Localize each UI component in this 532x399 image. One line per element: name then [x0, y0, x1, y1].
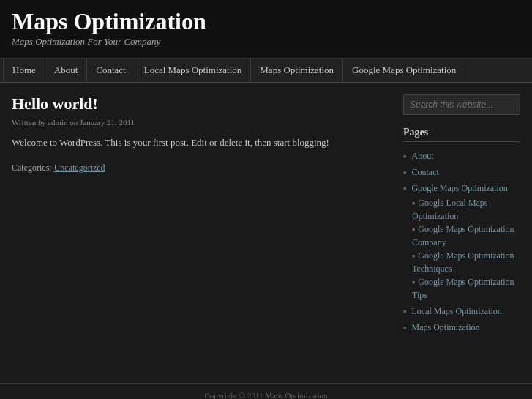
post-body: Welcome to WordPress. This is your first… [12, 135, 391, 151]
sub-list: Google Local Maps Optimization Google Ma… [412, 196, 520, 302]
page-link-google-company[interactable]: Google Maps Optimization Company [412, 224, 514, 247]
main-content-area: Hello world! Written by admin on January… [0, 83, 532, 376]
categories-label: Categories: [12, 163, 52, 173]
site-title: Maps Optimization [12, 9, 520, 34]
nav-home[interactable]: Home [3, 59, 45, 82]
list-item: Google Maps Optimization Google Local Ma… [403, 182, 520, 302]
sidebar: Pages About Contact Google Maps Optimiza… [403, 94, 520, 364]
footer-text: Copyright © 2011 Maps Optimization [204, 391, 327, 399]
page-link-maps-opt[interactable]: Maps Optimization [411, 322, 479, 332]
footer: Copyright © 2011 Maps Optimization [0, 383, 532, 399]
page-link-google-local[interactable]: Google Local Maps Optimization [412, 198, 488, 221]
list-item: Maps Optimization [403, 321, 520, 334]
content-area: Hello world! Written by admin on January… [12, 94, 391, 364]
nav-maps[interactable]: Maps Optimization [251, 59, 343, 82]
list-item: Google Maps Optimization Company [412, 223, 520, 249]
list-item: Contact [403, 165, 520, 179]
list-item: About [403, 149, 520, 163]
page-link-google-tips[interactable]: Google Maps Optimization Tips [412, 277, 514, 300]
post-title: Hello world! [12, 94, 391, 113]
list-item: Google Maps Optimization Techniques [412, 249, 520, 275]
nav-about[interactable]: About [45, 59, 88, 82]
pages-section-title: Pages [403, 127, 520, 142]
page-link-contact[interactable]: Contact [411, 167, 438, 177]
search-input[interactable] [403, 94, 520, 115]
nav-local-maps[interactable]: Local Maps Optimization [135, 59, 252, 82]
pages-list: About Contact Google Maps Optimization G… [403, 149, 520, 334]
post-categories: Categories: Uncategorized [12, 163, 391, 174]
post-meta-text: Written by admin on January 21, 2011 [12, 118, 135, 127]
page-link-google-maps-opt[interactable]: Google Maps Optimization [411, 183, 507, 193]
page-link-local-maps[interactable]: Local Maps Optimization [411, 306, 501, 316]
post-meta: Written by admin on January 21, 2011 [12, 118, 391, 127]
list-item: Google Local Maps Optimization [412, 196, 520, 223]
list-item: Local Maps Optimization [403, 305, 520, 318]
page-link-google-techniques[interactable]: Google Maps Optimization Techniques [412, 250, 514, 274]
category-link[interactable]: Uncategorized [54, 163, 105, 173]
main-nav: Home About Contact Local Maps Optimizati… [0, 59, 532, 83]
list-item: Google Maps Optimization Tips [412, 275, 520, 302]
page-link-about[interactable]: About [411, 151, 433, 161]
nav-contact[interactable]: Contact [87, 59, 135, 82]
site-tagline: Maps Optimization For Your Company [12, 36, 520, 48]
site-header: Maps Optimization Maps Optimization For … [0, 0, 532, 59]
nav-google-maps[interactable]: Google Maps Optimization [343, 59, 465, 82]
